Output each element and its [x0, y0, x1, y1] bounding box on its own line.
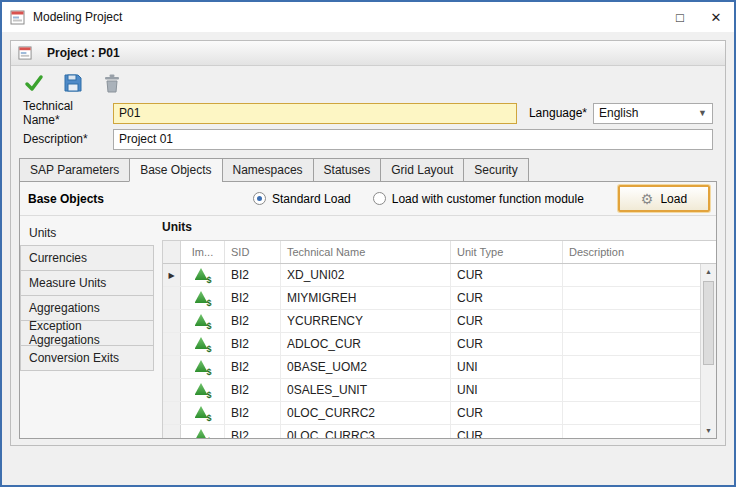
row-selector-icon: ▶: [168, 271, 174, 280]
dropdown-arrow-icon[interactable]: ▼: [692, 108, 707, 118]
titlebar: Modeling Project □ ✕: [2, 2, 734, 32]
modeling-project-window: Modeling Project □ ✕ Project : P01: [0, 0, 736, 487]
sid-cell: BI2: [225, 425, 281, 438]
sidebar-item-exception-aggregations[interactable]: Exception Aggregations: [20, 320, 154, 346]
tab-bar: SAP Parameters Base Objects Namespaces S…: [11, 152, 725, 182]
unit-type-cell: UNI: [451, 379, 563, 401]
gear-icon: ⚙: [641, 192, 654, 206]
tab-sap-parameters[interactable]: SAP Parameters: [19, 158, 130, 182]
image-cell: $: [181, 425, 225, 438]
sidebar-item-measure-units[interactable]: Measure Units: [20, 270, 154, 296]
column-header-sid[interactable]: SID: [225, 241, 281, 263]
technical-name-cell: 0SALES_UNIT: [281, 379, 451, 401]
tab-security[interactable]: Security: [463, 158, 528, 182]
radio-customer-function-label: Load with customer function module: [392, 192, 584, 206]
scrollbar-track[interactable]: [701, 279, 716, 423]
base-objects-panel: Base Objects Standard Load Load with cus…: [19, 181, 717, 439]
unit-type-cell: CUR: [451, 264, 563, 286]
currency-unit-icon: $: [195, 406, 211, 420]
sidebar-item-currencies[interactable]: Currencies: [20, 245, 154, 271]
sid-cell: BI2: [225, 287, 281, 309]
app-icon: [10, 9, 26, 25]
scroll-down-icon[interactable]: ▼: [701, 423, 716, 438]
image-cell: $: [181, 333, 225, 355]
sidebar-item-conversion-exits[interactable]: Conversion Exits: [20, 345, 154, 371]
tab-namespaces[interactable]: Namespaces: [222, 158, 314, 182]
column-header-image[interactable]: Im...: [181, 241, 225, 263]
save-icon[interactable]: [62, 72, 84, 94]
grid-body: ▶ $ BI2 XD_UNI02 CUR: [163, 264, 716, 438]
technical-name-row: Technical Name* P01 Language* English ▼: [23, 102, 713, 124]
description-cell: [563, 264, 700, 286]
validate-check-icon[interactable]: [23, 72, 45, 94]
column-header-technical-name[interactable]: Technical Name: [281, 241, 451, 263]
row-indicator: [163, 425, 181, 438]
image-cell: $: [181, 310, 225, 332]
technical-name-cell: 0BASE_UOM2: [281, 356, 451, 378]
technical-name-label: Technical Name*: [23, 99, 113, 127]
table-row[interactable]: ▶ $ BI2 XD_UNI02 CUR: [163, 264, 700, 287]
image-cell: $: [181, 356, 225, 378]
table-row[interactable]: $ BI2 0LOC_CURRC2 CUR: [163, 402, 700, 425]
project-groupbox-header: Project : P01: [11, 41, 725, 66]
table-row[interactable]: $ BI2 MIYMIGREH CUR: [163, 287, 700, 310]
row-indicator: [163, 402, 181, 424]
table-row[interactable]: $ BI2 0LOC_CURRC3 CUR: [163, 425, 700, 438]
row-indicator: [163, 287, 181, 309]
row-indicator: [163, 333, 181, 355]
unit-type-cell: CUR: [451, 287, 563, 309]
base-objects-section-title: Base Objects: [28, 192, 253, 206]
tab-base-objects[interactable]: Base Objects: [129, 158, 222, 182]
close-button[interactable]: ✕: [698, 2, 734, 32]
technical-name-cell: YCURRENCY: [281, 310, 451, 332]
column-header-unit-type[interactable]: Unit Type: [451, 241, 563, 263]
technical-name-cell: 0LOC_CURRC3: [281, 425, 451, 438]
tab-statuses[interactable]: Statuses: [313, 158, 382, 182]
radio-standard-load[interactable]: Standard Load: [253, 192, 351, 206]
toolbar: [11, 66, 725, 100]
currency-unit-icon: $: [195, 268, 211, 282]
technical-name-cell: XD_UNI02: [281, 264, 451, 286]
technical-name-input[interactable]: P01: [113, 103, 517, 124]
table-row[interactable]: $ BI2 YCURRENCY CUR: [163, 310, 700, 333]
project-groupbox: Project : P01 Technical Name* P01 Langua…: [10, 40, 726, 446]
units-grid: Im... SID Technical Name Unit Type Descr…: [162, 240, 716, 438]
description-input[interactable]: Project 01: [113, 129, 713, 150]
language-select[interactable]: English ▼: [593, 103, 713, 124]
sidebar-item-units[interactable]: Units: [20, 220, 154, 246]
technical-name-cell: 0LOC_CURRC2: [281, 402, 451, 424]
table-row[interactable]: $ BI2 ADLOC_CUR CUR: [163, 333, 700, 356]
currency-unit-icon: $: [195, 314, 211, 328]
unit-type-cell: CUR: [451, 310, 563, 332]
unit-type-cell: CUR: [451, 402, 563, 424]
description-cell: [563, 287, 700, 309]
grid-header: Im... SID Technical Name Unit Type Descr…: [163, 241, 716, 264]
radio-unselected-icon[interactable]: [373, 192, 386, 205]
sid-cell: BI2: [225, 356, 281, 378]
radio-customer-function-module[interactable]: Load with customer function module: [373, 192, 584, 206]
load-options-row: Base Objects Standard Load Load with cus…: [20, 182, 716, 216]
row-indicator: ▶: [163, 264, 181, 286]
column-header-description[interactable]: Description: [563, 241, 716, 263]
radio-selected-icon[interactable]: [253, 192, 266, 205]
description-row: Description* Project 01: [23, 128, 713, 150]
sidebar-item-aggregations[interactable]: Aggregations: [20, 295, 154, 321]
description-cell: [563, 310, 700, 332]
load-button[interactable]: ⚙ Load: [618, 185, 710, 212]
table-row[interactable]: $ BI2 0BASE_UOM2 UNI: [163, 356, 700, 379]
table-row[interactable]: $ BI2 0SALES_UNIT UNI: [163, 379, 700, 402]
currency-unit-icon: $: [195, 429, 211, 438]
scroll-up-icon[interactable]: ▲: [701, 264, 716, 279]
maximize-button[interactable]: □: [662, 2, 698, 32]
unit-type-cell: UNI: [451, 356, 563, 378]
delete-trash-icon[interactable]: [101, 72, 123, 94]
category-sidebar: Units Currencies Measure Units Aggregati…: [20, 216, 154, 438]
vertical-scrollbar[interactable]: ▲ ▼: [700, 264, 716, 438]
description-cell: [563, 356, 700, 378]
window-title: Modeling Project: [33, 10, 662, 24]
radio-standard-load-label: Standard Load: [272, 192, 351, 206]
scrollbar-thumb[interactable]: [703, 281, 714, 365]
tab-grid-layout[interactable]: Grid Layout: [380, 158, 464, 182]
row-indicator: [163, 356, 181, 378]
units-grid-title: Units: [162, 220, 716, 240]
